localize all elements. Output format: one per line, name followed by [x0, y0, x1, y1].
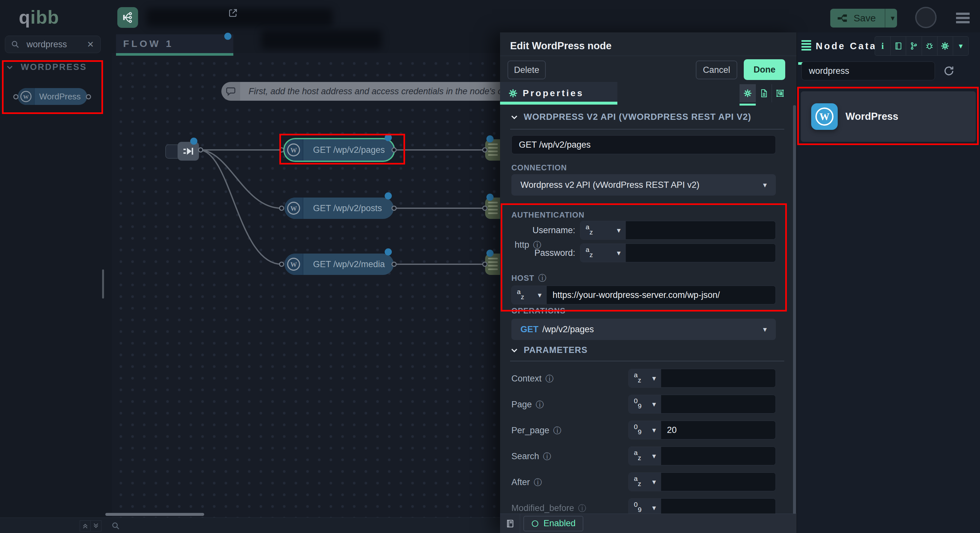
param-type-select[interactable]: az▾ — [629, 447, 661, 465]
flow-node-get-posts[interactable]: W GET /wp/v2/posts — [285, 198, 394, 219]
node-port[interactable] — [279, 262, 284, 267]
info-icon[interactable]: ⓘ — [534, 477, 542, 488]
info-icon[interactable]: ⓘ — [578, 503, 586, 514]
sidebar-section-label: WORDPRESS — [21, 62, 87, 72]
section-parameters[interactable]: PARAMETERS — [510, 345, 587, 355]
username-input[interactable] — [626, 221, 775, 239]
info-icon[interactable]: ⓘ — [536, 399, 544, 410]
clear-search-icon[interactable]: ✕ — [87, 40, 94, 49]
param-label-search: Searchⓘ — [511, 451, 551, 462]
flow-node-label: GET /wp/v2/media — [313, 259, 385, 270]
view-appearance-button[interactable] — [772, 84, 788, 102]
qibb-logo: qibb — [19, 6, 59, 28]
param-type-select[interactable]: az▾ — [629, 473, 661, 491]
save-button[interactable]: Save ▾ — [830, 9, 897, 27]
node-port[interactable] — [279, 148, 284, 152]
main-menu-icon[interactable] — [956, 13, 970, 25]
collapse-up-button[interactable] — [80, 520, 91, 531]
tab-node-catalog[interactable]: Node Catalog — [802, 40, 879, 52]
username-field[interactable]: az ▾ — [580, 221, 776, 240]
settings-button[interactable] — [937, 36, 953, 56]
username-type-select[interactable]: az ▾ — [581, 221, 626, 239]
param-field-after[interactable]: az▾ — [628, 473, 776, 491]
param-type-select[interactable]: 09▾ — [629, 421, 661, 439]
node-port[interactable] — [391, 148, 397, 152]
param-input[interactable] — [661, 447, 775, 465]
panel-scrollbar[interactable] — [793, 105, 796, 523]
host-input[interactable]: https://your-wordpress-server.com/wp-jso… — [547, 286, 775, 304]
collapse-down-button[interactable] — [91, 520, 102, 531]
host-type-select[interactable]: az ▾ — [512, 286, 547, 304]
debug-button[interactable] — [922, 36, 937, 56]
info-icon[interactable]: ⓘ — [538, 273, 546, 283]
tab-status-dot — [224, 33, 231, 40]
node-port[interactable] — [482, 262, 487, 267]
param-type-select[interactable]: 09▾ — [629, 499, 661, 514]
node-port[interactable] — [482, 148, 487, 152]
refresh-button[interactable] — [943, 65, 955, 77]
node-port[interactable] — [198, 148, 203, 152]
info-icon[interactable]: ⓘ — [546, 373, 554, 384]
info-icon[interactable]: ⓘ — [543, 451, 551, 462]
param-field-per-page[interactable]: 09▾ 20 — [628, 420, 776, 439]
view-settings-button[interactable] — [740, 84, 756, 102]
tab-flow-1[interactable]: FLOW 1 — [116, 34, 233, 53]
password-input[interactable] — [626, 244, 775, 262]
flow-canvas[interactable] — [112, 53, 500, 517]
sidebar-search-value[interactable]: wordpress — [27, 40, 87, 49]
enabled-toggle[interactable]: Enabled — [523, 516, 583, 531]
param-field-modified-before[interactable]: 09▾ — [628, 498, 776, 514]
done-button[interactable]: Done — [744, 59, 785, 80]
versions-button[interactable] — [906, 36, 922, 56]
section-wordpress-api[interactable]: WORDPRESS V2 API (VWORDPRESS REST API V2… — [510, 112, 751, 122]
node-port[interactable] — [391, 206, 397, 211]
chevron-down-icon: ▾ — [617, 226, 620, 235]
param-field-search[interactable]: az▾ — [628, 447, 776, 465]
node-port[interactable] — [391, 262, 397, 267]
sidebar-node-wordpress[interactable]: W WordPress — [18, 88, 87, 105]
node-name-input[interactable]: GET /wp/v2/pages — [511, 135, 776, 154]
cancel-button[interactable]: Cancel — [696, 60, 737, 79]
param-input[interactable]: 20 — [661, 421, 775, 439]
connection-select[interactable]: Wordpress v2 API (vWordPress REST API v2… — [511, 174, 776, 195]
info-button[interactable]: i — [875, 36, 891, 56]
comment-node[interactable]: First, add the host address and access c… — [221, 82, 505, 101]
node-catalog-label: Node Catalog — [816, 41, 879, 51]
tab-properties[interactable]: Properties — [500, 82, 617, 105]
node-port[interactable] — [13, 94, 19, 99]
node-port[interactable] — [86, 94, 91, 99]
node-port[interactable] — [279, 206, 284, 211]
param-input[interactable] — [661, 395, 775, 413]
password-type-select[interactable]: az ▾ — [581, 244, 626, 262]
canvas-zoom-search-icon[interactable] — [110, 520, 121, 531]
sidebar-section-wordpress[interactable]: WORDPRESS — [6, 62, 87, 72]
docs-button[interactable] — [891, 36, 906, 56]
more-dropdown-button[interactable]: ▾ — [953, 36, 968, 56]
param-field-context[interactable]: az▾ — [628, 369, 776, 388]
catalog-result-wordpress[interactable]: W WordPress — [801, 91, 976, 142]
save-caret-icon[interactable]: ▾ — [891, 14, 894, 23]
open-external-icon[interactable] — [228, 8, 238, 18]
param-field-page[interactable]: 09▾ — [628, 395, 776, 414]
sidebar-scrollbar[interactable] — [102, 270, 104, 298]
param-type-select[interactable]: 09▾ — [629, 395, 661, 413]
flow-node-get-pages[interactable]: W GET /wp/v2/pages — [285, 139, 394, 160]
param-input[interactable] — [661, 369, 775, 387]
node-port[interactable] — [482, 206, 487, 211]
sidebar-search[interactable]: wordpress ✕ — [5, 36, 101, 53]
info-icon[interactable]: ⓘ — [553, 425, 561, 436]
canvas-horizontal-scrollbar[interactable] — [105, 513, 204, 516]
operation-select[interactable]: GET /wp/v2/pages ▾ — [511, 319, 776, 340]
param-input[interactable] — [661, 499, 775, 514]
delete-button[interactable]: Delete — [508, 60, 546, 79]
inject-node[interactable] — [178, 142, 199, 160]
password-field[interactable]: az ▾ — [580, 244, 776, 262]
documentation-button[interactable] — [500, 514, 520, 533]
host-field[interactable]: az ▾ https://your-wordpress-server.com/w… — [511, 286, 776, 305]
param-type-select[interactable]: az▾ — [629, 369, 661, 387]
flow-node-get-media[interactable]: W GET /wp/v2/media — [285, 254, 394, 275]
user-avatar[interactable] — [915, 7, 937, 28]
param-input[interactable] — [661, 473, 775, 491]
catalog-search-input[interactable]: wordpress — [802, 62, 935, 80]
view-description-button[interactable] — [756, 84, 772, 102]
